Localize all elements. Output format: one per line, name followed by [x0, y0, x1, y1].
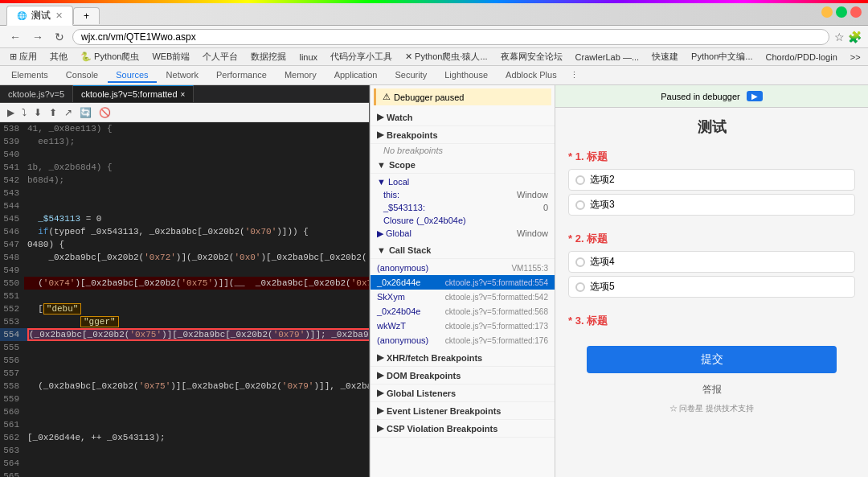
debug-play-btn[interactable]: ▶: [5, 106, 17, 119]
cs-0x26d44e[interactable]: _0x26d44e cktoole.js?v=5:formatted:554: [371, 275, 555, 290]
chevron-right-icon-csp: ▶: [377, 423, 383, 434]
source-tab-formatted[interactable]: cktoole.js?v=5:formatted ×: [73, 85, 194, 102]
code-line-564: 564: [0, 457, 369, 470]
scope-local: ▼ Local: [371, 175, 555, 188]
code-line-544: 544: [0, 199, 369, 212]
cs-skxym[interactable]: SkXym cktoole.js?v=5:formatted:542: [371, 290, 555, 304]
devtools-tab-console[interactable]: Console: [58, 68, 106, 83]
devtools-tab-adblock[interactable]: Adblock Plus: [497, 68, 565, 83]
debug-step-over-btn[interactable]: ⤵: [19, 106, 29, 119]
title-bar: 🌐 测试 ✕ +: [0, 0, 868, 26]
browser-icons: ☆ 🧩: [834, 31, 862, 43]
code-line-538: 538 41, _0x8ee113) {: [0, 122, 369, 135]
scope-section-header[interactable]: ▼ Scope: [371, 157, 555, 174]
source-tab-close[interactable]: ×: [181, 90, 186, 99]
back-btn[interactable]: ←: [6, 29, 24, 45]
csp-label: CSP Violation Breakpoints: [387, 424, 497, 434]
tab-close-btn[interactable]: ✕: [55, 10, 63, 21]
watch-section-header[interactable]: ▶ Watch: [371, 109, 555, 126]
browser-tab-bar: 🌐 测试 ✕ +: [6, 2, 100, 26]
preview-panel: Paused in debugger ▶ 测试 * 1. 标题 选项2 选项3 …: [555, 85, 868, 477]
bookmark-chordo[interactable]: Chordo/PDD-login: [763, 51, 841, 63]
star-icon[interactable]: ☆: [834, 31, 845, 43]
url-input[interactable]: [72, 29, 829, 45]
dom-section-header[interactable]: ▶ DOM Breakpoints: [371, 367, 555, 384]
call-stack-label: Call Stack: [389, 245, 432, 255]
bookmark-python2[interactable]: ✕ Python爬虫·猿人...: [402, 50, 491, 64]
global-section-header[interactable]: ▶ Global Listeners: [371, 384, 555, 402]
extension-icon[interactable]: 🧩: [848, 31, 862, 43]
debug-step-btn[interactable]: ↗: [62, 106, 75, 119]
debug-deactivate-btn[interactable]: 🔄: [77, 106, 94, 119]
devtools-tab-elements[interactable]: Elements: [3, 68, 56, 83]
submit-button[interactable]: 提交: [587, 346, 837, 373]
bookmark-web[interactable]: WEB前端: [149, 50, 193, 64]
devtools-tab-application[interactable]: Application: [326, 68, 386, 83]
minimize-btn[interactable]: [821, 6, 833, 18]
source-panel: cktoole.js?v=5 cktoole.js?v=5:formatted …: [0, 85, 370, 477]
bookmark-personal[interactable]: 个人平台: [199, 50, 241, 64]
code-line-555: 555: [0, 341, 369, 354]
chevron-down-icon-scope: ▼: [377, 160, 386, 170]
option-3[interactable]: 选项3: [568, 194, 855, 216]
radio-icon-5: [575, 282, 585, 292]
breakpoints-label: Breakpoints: [387, 130, 438, 140]
breakpoints-section-header[interactable]: ▶ Breakpoints: [371, 126, 555, 144]
devtools-tab-sources[interactable]: Sources: [108, 68, 156, 83]
code-line-558: 558 (_0x2ba9bc[_0x20b2('0x75')][_0x2ba9b…: [0, 380, 369, 393]
radio-icon-3: [575, 200, 585, 210]
option-2[interactable]: 选项2: [568, 169, 855, 191]
devtools-more[interactable]: ⋮: [570, 70, 579, 80]
cs-anonymous[interactable]: (anonymous) VM1155:3: [371, 261, 555, 275]
call-stack-section-header[interactable]: ▼ Call Stack: [371, 242, 555, 259]
code-line-565: 565: [0, 470, 369, 477]
devtools-tab-security[interactable]: Security: [387, 68, 435, 83]
code-line-556: 556: [0, 354, 369, 367]
bookmark-other[interactable]: 其他: [47, 50, 71, 64]
option-5[interactable]: 选项5: [568, 276, 855, 298]
browser-tab-active[interactable]: 🌐 测试 ✕: [6, 6, 73, 26]
bookmark-quick[interactable]: 快速建: [649, 50, 682, 64]
bookmark-python[interactable]: 🐍 Python爬虫: [77, 50, 142, 64]
event-section-header[interactable]: ▶ Event Listener Breakpoints: [371, 402, 555, 420]
code-line-545: 545 _$543113 = 0: [0, 212, 369, 225]
debug-stop-btn[interactable]: 🚫: [96, 106, 113, 119]
bookmark-python3[interactable]: Python中文编...: [688, 50, 755, 64]
option-2-label: 选项2: [590, 173, 615, 187]
bookmark-more[interactable]: >>: [847, 51, 864, 63]
dom-label: DOM Breakpoints: [387, 371, 461, 380]
no-breakpoints-text: No breakpoints: [371, 142, 456, 158]
option-4[interactable]: 选项4: [568, 251, 855, 273]
bookmark-night[interactable]: 夜幕网安全论坛: [497, 50, 566, 64]
cs-wkwzt[interactable]: wkWzT cktoole.js?v=5:formatted:173: [371, 319, 555, 333]
browser-tab-new[interactable]: +: [73, 7, 100, 24]
csp-section-header[interactable]: ▶ CSP Violation Breakpoints: [371, 420, 555, 438]
chevron-right-icon-event: ▶: [377, 405, 383, 416]
debug-step-into-btn[interactable]: ⬇: [31, 106, 44, 119]
xhr-section-header[interactable]: ▶ XHR/fetch Breakpoints: [371, 349, 555, 367]
devtools-tab-lighthouse[interactable]: Lighthouse: [436, 68, 496, 83]
devtools-tab-memory[interactable]: Memory: [276, 68, 325, 83]
bookmark-apps[interactable]: ⊞ 应用: [6, 50, 40, 64]
cs-0x24b04e[interactable]: _0x24b04e cktoole.js?v=5:formatted:568: [371, 304, 555, 319]
devtools-tab-performance[interactable]: Performance: [208, 68, 275, 83]
bookmark-code[interactable]: 代码分享小工具: [327, 50, 395, 64]
bookmark-data[interactable]: 数据挖掘: [248, 50, 289, 64]
code-line-539: 539 ee113);: [0, 135, 369, 148]
forward-btn[interactable]: →: [29, 29, 47, 45]
maximize-btn[interactable]: [836, 6, 847, 18]
cs-anonymous2[interactable]: (anonymous) cktoole.js?v=5:formatted:176: [371, 333, 555, 347]
debug-step-out-btn[interactable]: ⬆: [47, 106, 59, 119]
refresh-btn[interactable]: ↻: [51, 29, 68, 45]
source-tab-original[interactable]: cktoole.js?v=5: [0, 85, 73, 102]
option-5-label: 选项5: [590, 280, 615, 294]
scope-label: Scope: [389, 160, 416, 170]
call-stack-content: (anonymous) VM1155:3 _0x26d44e cktoole.j…: [371, 259, 555, 349]
devtools-tab-network[interactable]: Network: [158, 68, 207, 83]
bookmark-crawler[interactable]: CrawlerLab —...: [572, 51, 642, 63]
event-label: Event Listener Breakpoints: [387, 406, 501, 416]
bookmark-linux[interactable]: linux: [296, 51, 321, 63]
support-text: ☆ 问卷星 提供技术支持: [555, 400, 868, 417]
chevron-right-icon-bp: ▶: [377, 130, 383, 140]
close-btn[interactable]: [850, 6, 862, 18]
